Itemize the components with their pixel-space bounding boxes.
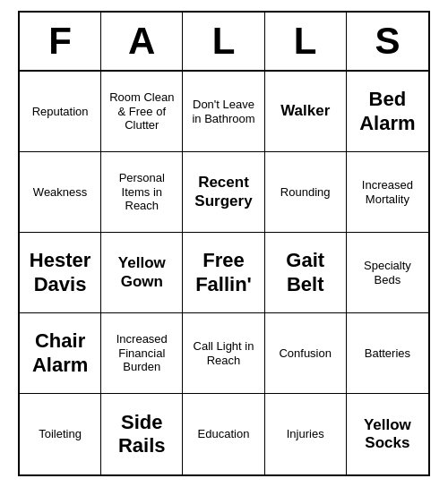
bingo-cell-4: Bed Alarm: [347, 72, 428, 152]
bingo-cell-0: Reputation: [20, 72, 101, 152]
header-letter-l: L: [183, 13, 264, 70]
cell-text-17: Call Light in Reach: [186, 339, 260, 367]
bingo-cell-11: Yellow Gown: [101, 233, 183, 313]
cell-text-19: Batteries: [365, 346, 410, 361]
bingo-cell-9: Increased Mortality: [347, 152, 428, 233]
bingo-cell-1: Room Clean & Free of Clutter: [101, 72, 183, 152]
cell-text-5: Weakness: [33, 185, 87, 200]
bingo-cell-16: Increased Financial Burden: [101, 313, 183, 394]
bingo-cell-17: Call Light in Reach: [183, 313, 264, 394]
cell-text-14: Specialty Beds: [350, 259, 425, 286]
cell-text-21: Side Rails: [105, 411, 178, 458]
bingo-cell-24: Yellow Socks: [347, 394, 428, 474]
cell-text-6: Personal Items in Reach: [105, 171, 178, 213]
cell-text-11: Yellow Gown: [105, 254, 178, 291]
cell-text-22: Education: [198, 427, 250, 441]
bingo-cell-19: Batteries: [347, 313, 428, 394]
cell-text-13: Gait Belt: [269, 249, 342, 296]
cell-text-16: Increased Financial Burden: [105, 332, 178, 374]
bingo-cell-10: Hester Davis: [20, 233, 101, 313]
cell-text-7: Recent Surgery: [186, 174, 260, 210]
header-letter-s: S: [347, 13, 428, 70]
cell-text-2: Don't Leave in Bathroom: [186, 98, 260, 125]
bingo-cell-7: Recent Surgery: [183, 152, 264, 233]
cell-text-24: Yellow Socks: [350, 416, 425, 453]
bingo-card: FALLS ReputationRoom Clean & Free of Clu…: [18, 11, 430, 476]
cell-text-15: Chair Alarm: [23, 329, 97, 377]
bingo-cell-20: Toileting: [20, 394, 101, 474]
bingo-header: FALLS: [20, 13, 428, 72]
header-letter-l: L: [265, 13, 347, 70]
bingo-cell-5: Weakness: [20, 152, 101, 233]
bingo-cell-2: Don't Leave in Bathroom: [183, 72, 264, 152]
cell-text-10: Hester Davis: [23, 249, 97, 296]
bingo-grid: ReputationRoom Clean & Free of ClutterDo…: [20, 72, 428, 474]
cell-text-3: Walker: [280, 102, 330, 120]
cell-text-12: Free Fallin': [186, 249, 260, 296]
bingo-cell-23: Injuries: [265, 394, 347, 474]
cell-text-4: Bed Alarm: [350, 88, 425, 135]
bingo-cell-14: Specialty Beds: [347, 233, 428, 313]
header-letter-a: A: [101, 13, 183, 70]
cell-text-18: Confusion: [279, 346, 332, 361]
bingo-cell-22: Education: [183, 394, 264, 474]
cell-text-0: Reputation: [32, 105, 89, 119]
bingo-cell-21: Side Rails: [101, 394, 183, 474]
cell-text-9: Increased Mortality: [350, 178, 425, 206]
bingo-cell-8: Rounding: [265, 152, 347, 233]
header-letter-f: F: [20, 13, 101, 70]
cell-text-20: Toileting: [39, 427, 82, 441]
bingo-cell-3: Walker: [265, 72, 347, 152]
bingo-cell-13: Gait Belt: [265, 233, 347, 313]
bingo-cell-15: Chair Alarm: [20, 313, 101, 394]
bingo-cell-18: Confusion: [265, 313, 347, 394]
bingo-cell-12: Free Fallin': [183, 233, 264, 313]
cell-text-23: Injuries: [287, 427, 324, 441]
cell-text-8: Rounding: [280, 185, 331, 200]
cell-text-1: Room Clean & Free of Clutter: [105, 90, 178, 132]
bingo-cell-6: Personal Items in Reach: [101, 152, 183, 233]
